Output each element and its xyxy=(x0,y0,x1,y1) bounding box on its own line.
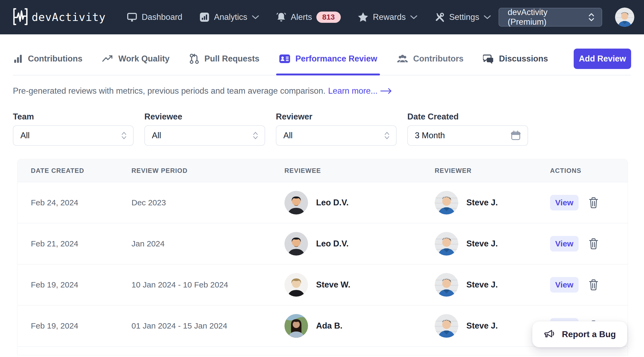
cell-review-period: 01 Jan 2024 - 15 Jan 2024 xyxy=(131,321,284,330)
cell-actions: View xyxy=(550,195,628,210)
select-updown-icon xyxy=(588,13,595,22)
cell-reviewer: Steve J. xyxy=(435,232,550,256)
cell-reviewee: Ada B. xyxy=(284,314,435,338)
nav-item-analytics[interactable]: Analytics xyxy=(199,12,259,23)
waveform-logo-icon xyxy=(13,7,28,27)
filter-date-created: Date Created 3 Month xyxy=(407,112,528,146)
reviewer-select[interactable]: All xyxy=(276,125,397,146)
column-header-reviewee: Reviewee xyxy=(284,167,435,174)
cell-review-period: Jan 2024 xyxy=(131,239,284,248)
trash-icon xyxy=(588,238,599,250)
reviewee-name: Leo D.V. xyxy=(316,198,349,207)
column-header-review-period: Review Period xyxy=(131,167,284,174)
tab-contributors[interactable]: Contributors xyxy=(397,42,464,75)
reviewee-avatar xyxy=(284,232,308,256)
brand-logo[interactable]: devActivity xyxy=(13,7,106,27)
filter-reviewer: Reviewer All xyxy=(276,112,397,146)
tab-discussions[interactable]: Discussions xyxy=(483,42,548,75)
reviewer-select-value: All xyxy=(283,131,292,140)
date-created-value: 3 Month xyxy=(415,131,445,140)
reviewee-name: Steve W. xyxy=(316,280,350,290)
delete-review-button[interactable] xyxy=(588,238,599,250)
nav-item-dashboard[interactable]: Dashboard xyxy=(127,12,182,23)
learn-more-label: Learn more... xyxy=(328,86,378,96)
reviewee-name: Leo D.V. xyxy=(316,239,349,249)
chat-bubbles-icon xyxy=(483,53,494,64)
id-card-icon xyxy=(279,54,291,64)
nav-item-alerts[interactable]: Alerts 813 xyxy=(276,12,341,23)
select-updown-icon xyxy=(384,132,390,140)
monitor-icon xyxy=(127,12,137,23)
trash-icon xyxy=(588,279,599,291)
nav-label: Settings xyxy=(449,12,479,22)
table-row: Feb 24, 2024 Dec 2023 Leo D.V. Steve J. … xyxy=(17,182,628,223)
team-select-value: All xyxy=(20,131,30,140)
nav-label: Analytics xyxy=(214,12,247,22)
cell-reviewee: Leo D.V. xyxy=(284,191,435,214)
tab-label: Contributions xyxy=(28,54,82,64)
nav-item-rewards[interactable]: Rewards xyxy=(357,12,418,23)
description-text: Pre-generated reviews with metrics, prev… xyxy=(13,86,325,96)
filter-label: Date Created xyxy=(407,112,528,122)
view-button[interactable]: View xyxy=(550,195,579,210)
trash-icon xyxy=(588,196,599,209)
learn-more-link[interactable]: Learn more... xyxy=(328,86,392,96)
team-select[interactable]: All xyxy=(13,125,134,146)
tab-contributions[interactable]: Contributions xyxy=(13,42,82,75)
table-header-row: Date Created Review Period Reviewee Revi… xyxy=(17,159,628,182)
tab-label: Discussions xyxy=(499,54,548,64)
cell-actions: View xyxy=(550,277,628,293)
add-review-button[interactable]: Add Review xyxy=(574,49,631,69)
user-avatar[interactable] xyxy=(615,8,634,27)
select-updown-icon xyxy=(253,132,258,140)
cell-date-created: Feb 21, 2024 xyxy=(31,239,131,248)
cell-reviewer: Steve J. xyxy=(435,273,550,297)
top-navbar: devActivity Dashboard Analytics xyxy=(0,0,644,34)
reviewer-avatar xyxy=(435,191,458,214)
reviewer-name: Steve J. xyxy=(466,239,498,249)
tab-performance-review[interactable]: Performance Review xyxy=(279,42,377,75)
cell-review-period: Dec 2023 xyxy=(131,198,284,207)
reviewee-avatar xyxy=(284,314,308,338)
chevron-down-icon xyxy=(484,15,491,20)
view-button[interactable]: View xyxy=(550,236,579,252)
pull-request-icon xyxy=(189,53,200,64)
nav-label: Alerts xyxy=(291,12,312,22)
column-header-date-created: Date Created xyxy=(31,167,131,174)
nav-label: Dashboard xyxy=(142,12,182,22)
view-button[interactable]: View xyxy=(550,277,579,293)
delete-review-button[interactable] xyxy=(588,196,599,209)
reviewee-select[interactable]: All xyxy=(144,125,265,146)
tools-icon xyxy=(434,12,445,23)
reviewer-name: Steve J. xyxy=(466,198,498,207)
column-header-reviewer: Reviewer xyxy=(435,167,550,174)
reviewee-select-value: All xyxy=(152,131,161,140)
nav-item-settings[interactable]: Settings xyxy=(434,12,491,23)
cell-date-created: Feb 24, 2024 xyxy=(31,198,131,207)
bar-chart-icon xyxy=(13,54,23,64)
brand-name: devActivity xyxy=(32,11,106,23)
tab-pull-requests[interactable]: Pull Requests xyxy=(189,42,259,75)
section-description: Pre-generated reviews with metrics, prev… xyxy=(13,86,631,96)
table-row: Feb 19, 2024 10 Jan 2024 - 10 Feb 2024 S… xyxy=(17,264,628,305)
arrow-right-icon xyxy=(380,88,392,94)
filters-row: Team All Reviewee All Reviewer All Date … xyxy=(13,112,631,146)
reviewer-name: Steve J. xyxy=(466,280,498,290)
filter-label: Reviewee xyxy=(144,112,265,122)
delete-review-button[interactable] xyxy=(588,279,599,291)
date-created-picker[interactable]: 3 Month xyxy=(407,125,528,146)
reviewer-avatar xyxy=(435,273,458,297)
chevron-down-icon xyxy=(252,15,259,20)
workspace-select[interactable]: devActivity (Premium) xyxy=(499,8,602,27)
filter-reviewee: Reviewee All xyxy=(144,112,265,146)
bar-chart-icon xyxy=(199,12,210,23)
tab-label: Contributors xyxy=(413,54,464,64)
filter-team: Team All xyxy=(13,112,134,146)
tab-work-quality[interactable]: Work Quality xyxy=(102,42,170,75)
chevron-down-icon xyxy=(410,15,418,20)
report-bug-button[interactable]: Report a Bug xyxy=(532,321,627,347)
column-header-actions: Actions xyxy=(550,167,628,174)
table-row: Feb 21, 2024 Jan 2024 Leo D.V. Steve J. … xyxy=(17,223,628,264)
star-icon xyxy=(357,12,369,23)
nav-label: Rewards xyxy=(373,12,406,22)
